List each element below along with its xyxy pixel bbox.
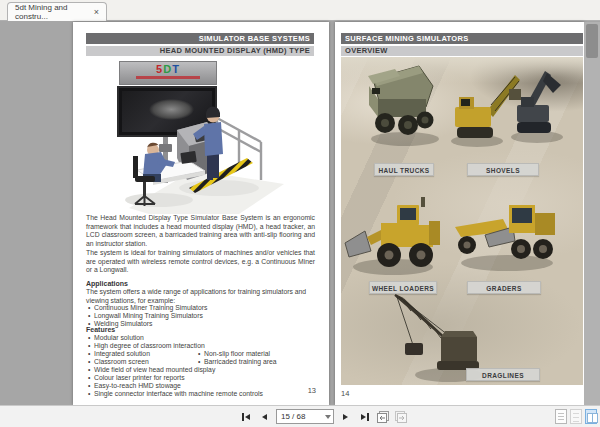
list-item: Integrated solution — [86, 350, 194, 358]
pdf-viewer-window: 5dt Mining and constru... × SIMULATOR BA… — [0, 0, 600, 427]
list-item: Single connector interface with machine … — [86, 390, 306, 398]
features-heading: Features — [86, 326, 315, 333]
right-page-subheader: OVERVIEW — [341, 46, 583, 56]
document-tab[interactable]: 5dt Mining and constru... × — [7, 2, 107, 21]
hmd-simulator-illustration: 5DT — [89, 58, 317, 214]
tab-close-icon[interactable]: × — [94, 8, 99, 17]
list-item: Continuous Miner Training Simulators — [86, 304, 315, 312]
page-number-input-box[interactable] — [276, 409, 334, 424]
grader-image — [451, 183, 563, 279]
applications-heading: Applications — [86, 280, 315, 287]
paragraph-2: The system is ideal for training simulat… — [86, 249, 315, 275]
page-number-right: 14 — [341, 389, 349, 398]
list-item: Classroom screen — [86, 358, 194, 366]
right-page-header: SURFACE MINING SIMULATORS — [341, 33, 583, 44]
next-page-button[interactable] — [338, 409, 353, 425]
page-dropdown-caret-icon[interactable] — [325, 415, 331, 419]
list-item: High degree of classroom interaction — [86, 342, 286, 350]
bottom-toolbar — [0, 405, 600, 427]
list-item: Easy-to-reach HMD stowage — [86, 382, 286, 390]
single-page-view-button[interactable] — [555, 409, 567, 424]
shovels-image — [449, 59, 565, 157]
facing-pages-view-button[interactable] — [585, 409, 597, 424]
label-wheel-loaders: WHEEL LOADERS — [369, 281, 437, 294]
page-navigation — [238, 406, 408, 427]
view-mode-buttons — [555, 409, 597, 424]
list-item: Colour laser printer for reports — [86, 374, 286, 382]
list-item: Modular solution — [86, 334, 194, 342]
document-page-left[interactable]: SIMULATOR BASE SYSTEMS HEAD MOUNTED DISP… — [73, 22, 329, 405]
last-page-button[interactable] — [357, 409, 372, 425]
mine-site-photo: HAUL TRUCKS SHOVELS WHEEL LOADERS GRADER… — [341, 57, 583, 385]
label-draglines: DRAGLINES — [466, 368, 540, 381]
simulator-scene-drawing — [89, 58, 317, 214]
vertical-scrollbar[interactable] — [584, 22, 600, 405]
list-item: Wide field of view head mounted display — [86, 366, 286, 374]
label-haul-trucks: HAUL TRUCKS — [374, 163, 434, 176]
continuous-view-button[interactable] — [570, 409, 582, 424]
wheel-loader-image — [343, 181, 443, 281]
next-view-button[interactable] — [394, 410, 408, 424]
page-number-left: 13 — [308, 386, 316, 395]
scrollbar-thumb[interactable] — [586, 24, 598, 58]
applications-intro: The system offers a wide range of applic… — [86, 288, 315, 305]
left-page-subheader: HEAD MOUNTED DISPLAY (HMD) TYPE — [86, 46, 314, 56]
haul-truck-image — [363, 59, 447, 151]
paragraph-1: The Head Mounted Display Type Simulator … — [86, 214, 315, 248]
applications-list: Continuous Miner Training Simulators Lon… — [86, 304, 315, 328]
label-graders: GRADERS — [467, 281, 541, 294]
label-shovels: SHOVELS — [467, 163, 539, 176]
previous-page-button[interactable] — [257, 409, 272, 425]
list-item: Non-slip floor material — [194, 350, 315, 358]
first-page-button[interactable] — [238, 409, 253, 425]
previous-view-button[interactable] — [376, 410, 390, 424]
tab-bar: 5dt Mining and constru... × — [0, 0, 600, 21]
list-item: Barricaded training area — [194, 358, 315, 366]
left-page-header: SIMULATOR BASE SYSTEMS — [86, 33, 314, 44]
features-list: Modular solution High degree of classroo… — [86, 334, 315, 398]
list-item: Longwall Mining Training Simulators — [86, 312, 315, 320]
document-tab-title: 5dt Mining and constru... — [15, 3, 94, 21]
document-page-right[interactable]: SURFACE MINING SIMULATORS OVERVIEW — [335, 22, 584, 405]
